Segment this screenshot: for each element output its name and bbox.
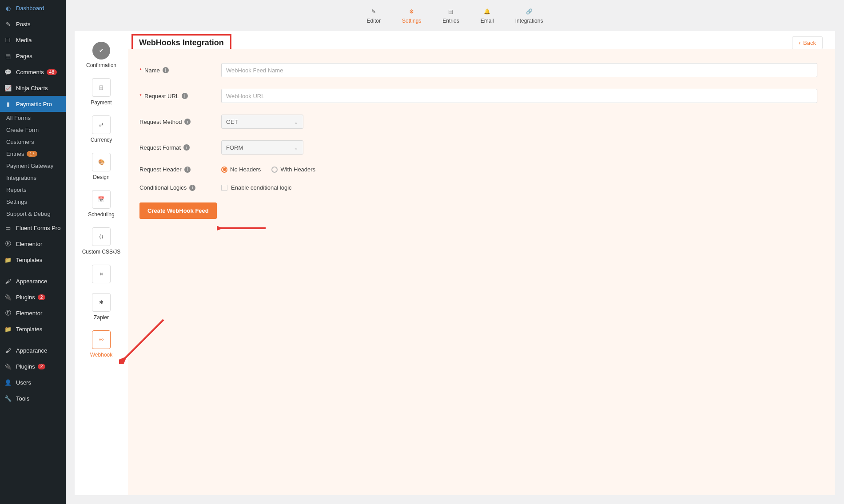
sidebar-sub-createform[interactable]: Create Form — [0, 124, 66, 136]
radio-no-headers[interactable]: No Headers — [221, 166, 261, 173]
side-tab-webhook[interactable]: ⚯Webhook — [90, 330, 112, 358]
currency-icon: ⇄ — [92, 115, 111, 134]
wallet-icon: ⌸ — [92, 78, 111, 97]
entries-icon: ▤ — [446, 7, 455, 16]
side-tab-payment[interactable]: ⌸Payment — [91, 78, 111, 106]
sidebar-item-appearance[interactable]: 🖌Appearance — [0, 273, 66, 289]
radio-with-headers[interactable]: With Headers — [271, 166, 315, 173]
form-top-nav: ✎Editor ⚙Settings ▤Entries 🔔Email 🔗Integ… — [66, 0, 844, 31]
sidebar-item-comments[interactable]: 💬Comments48 — [0, 64, 66, 80]
sidebar-item-dashboard[interactable]: ◐Dashboard — [0, 0, 66, 16]
chevron-down-icon: ⌄ — [294, 119, 299, 125]
sidebar-item-elementor2[interactable]: ⒺElementor — [0, 305, 66, 321]
integrations-icon: 🔗 — [525, 7, 533, 16]
email-icon: 🔔 — [483, 7, 492, 16]
wp-admin-sidebar: ◐Dashboard ✎Posts ❐Media ▤Pages 💬Comment… — [0, 0, 66, 504]
method-select[interactable]: GET⌄ — [221, 115, 303, 129]
slack-icon: ⌗ — [92, 265, 111, 283]
chevron-down-icon: ⌄ — [294, 144, 299, 151]
sidebar-item-plugins[interactable]: 🔌Plugins2 — [0, 289, 66, 305]
info-icon[interactable]: i — [183, 144, 190, 151]
sidebar-item-ninjacharts[interactable]: 📈Ninja Charts — [0, 80, 66, 96]
url-label: *Request URLi — [137, 93, 221, 99]
create-webhook-button[interactable]: Create WebHook Feed — [139, 202, 217, 219]
cond-checkbox[interactable]: Enable conditional logic — [221, 184, 292, 191]
sidebar-item-elementor[interactable]: ⒺElementor — [0, 236, 66, 252]
tab-integrations[interactable]: 🔗Integrations — [515, 7, 543, 24]
sidebar-sub-integrations[interactable]: Integrations — [0, 172, 66, 184]
url-input[interactable] — [221, 89, 817, 103]
side-tab-confirmation[interactable]: ✔Confirmation — [86, 42, 116, 68]
forms-icon: ▭ — [4, 223, 12, 232]
comments-badge: 48 — [47, 69, 57, 75]
sidebar-sub-paymentgateway[interactable]: Payment Gateway — [0, 160, 66, 172]
side-tab-slack[interactable]: ⌗ — [92, 265, 111, 283]
panel-body: *Namei *Request URLi Request Methodi GET… — [128, 49, 835, 237]
chevron-left-icon: ‹ — [799, 40, 800, 46]
calendar-icon: 📅 — [92, 190, 111, 209]
cond-label: Conditional Logicsi — [137, 184, 221, 191]
appearance-icon: 🖌 — [4, 277, 12, 286]
comment-icon: 💬 — [4, 67, 12, 76]
tab-email[interactable]: 🔔Email — [481, 7, 494, 24]
format-select[interactable]: FORM⌄ — [221, 140, 303, 155]
plugins-icon: 🔌 — [4, 293, 12, 302]
elementor-icon: Ⓔ — [4, 309, 12, 317]
sidebar-item-pages[interactable]: ▤Pages — [0, 48, 66, 64]
tab-editor[interactable]: ✎Editor — [367, 7, 381, 24]
radio-icon — [271, 167, 278, 173]
sidebar-item-templates[interactable]: 📁Templates — [0, 252, 66, 268]
users-icon: 👤 — [4, 378, 12, 387]
sidebar-item-media[interactable]: ❐Media — [0, 32, 66, 48]
sidebar-item-paymattic[interactable]: ▮Paymattic Pro — [0, 96, 66, 112]
sidebar-sub-customers[interactable]: Customers — [0, 136, 66, 148]
info-icon[interactable]: i — [184, 119, 191, 125]
templates-icon: 📁 — [4, 255, 12, 264]
side-tab-currency[interactable]: ⇄Currency — [91, 115, 112, 143]
payment-icon: ▮ — [4, 99, 12, 108]
webhook-panel: WebHooks Integration ‹Back *Namei *Reque… — [128, 31, 835, 495]
tab-entries[interactable]: ▤Entries — [442, 7, 459, 24]
sidebar-sub-reports[interactable]: Reports — [0, 184, 66, 196]
sidebar-sub-support[interactable]: Support & Debug — [0, 208, 66, 220]
annotation-arrow-icon — [217, 219, 270, 237]
back-button[interactable]: ‹Back — [792, 36, 823, 49]
code-icon: ⟨⟩ — [92, 227, 111, 246]
sidebar-item-users[interactable]: 👤Users — [0, 374, 66, 390]
design-icon: 🎨 — [92, 153, 111, 171]
side-tab-zapier[interactable]: ✱Zapier — [92, 293, 111, 321]
pages-icon: ▤ — [4, 52, 12, 60]
info-icon[interactable]: i — [184, 167, 191, 173]
side-tab-design[interactable]: 🎨Design — [92, 153, 111, 180]
sidebar-item-posts[interactable]: ✎Posts — [0, 16, 66, 32]
side-tab-scheduling[interactable]: 📅Scheduling — [88, 190, 114, 218]
appearance-icon: 🖌 — [4, 346, 12, 355]
panel-header: WebHooks Integration ‹Back — [128, 31, 835, 49]
webhook-icon: ⚯ — [92, 330, 111, 349]
header-radio-group: No Headers With Headers — [221, 166, 315, 173]
check-icon: ✔ — [92, 42, 110, 60]
sidebar-item-appearance2[interactable]: 🖌Appearance — [0, 342, 66, 358]
sidebar-sub-settings[interactable]: Settings — [0, 196, 66, 208]
sidebar-item-templates2[interactable]: 📁Templates — [0, 321, 66, 337]
entries-badge: 17 — [27, 151, 37, 157]
info-icon[interactable]: i — [182, 93, 188, 99]
info-icon[interactable]: i — [163, 67, 169, 73]
sidebar-sub-allforms[interactable]: All Forms — [0, 112, 66, 124]
sidebar-item-plugins2[interactable]: 🔌Plugins2 — [0, 358, 66, 374]
name-label: *Namei — [137, 67, 221, 74]
info-icon[interactable]: i — [189, 185, 195, 191]
sidebar-item-tools[interactable]: 🔧Tools — [0, 390, 66, 406]
tools-icon: 🔧 — [4, 394, 12, 403]
side-tab-customcss[interactable]: ⟨⟩Custom CSS/JS — [82, 227, 121, 255]
content-card: ✔Confirmation ⌸Payment ⇄Currency 🎨Design… — [75, 31, 835, 495]
dashboard-icon: ◐ — [4, 4, 12, 12]
name-input[interactable] — [221, 63, 817, 77]
tab-settings[interactable]: ⚙Settings — [402, 7, 421, 24]
sidebar-sub-entries[interactable]: Entries17 — [0, 148, 66, 160]
radio-icon — [221, 167, 227, 173]
plugins-badge2: 2 — [38, 364, 46, 369]
header-label: Request Headeri — [137, 166, 221, 173]
elementor-icon: Ⓔ — [4, 239, 12, 248]
sidebar-item-fluentforms[interactable]: ▭Fluent Forms Pro — [0, 220, 66, 236]
